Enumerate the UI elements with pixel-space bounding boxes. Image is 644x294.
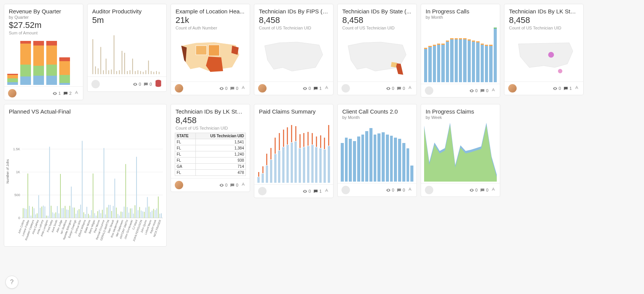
planned-chart: Number of Jobs 05001K1.5K John CollinsLo… <box>4 116 166 246</box>
table-header: US Technician UID <box>196 133 246 139</box>
comments-icon <box>480 88 485 93</box>
views-count: 0 <box>225 183 228 187</box>
card-auditor[interactable]: Auditor Productivity 5m 0 0 <box>87 4 167 92</box>
comments-icon <box>143 82 148 87</box>
card-by: by Month <box>426 15 495 19</box>
avatar <box>425 86 433 95</box>
views-count: 0 <box>475 188 478 192</box>
card-by: by Quarter <box>9 15 78 19</box>
views-count: 0 <box>309 189 311 193</box>
views-count: 0 <box>475 88 478 93</box>
auditor-chart <box>88 27 166 76</box>
card-value: 5m <box>92 15 162 25</box>
card-value: 21k <box>176 15 245 25</box>
card-paid[interactable]: Paid Claims Summary 0 1 <box>254 104 333 198</box>
share-icon[interactable] <box>241 85 246 92</box>
card-title: In Progress Calls <box>426 8 495 15</box>
card-value: 8,458 <box>176 115 245 125</box>
card-lkstate-map[interactable]: Technician IDs By LK Stat... 8,458 Count… <box>504 4 584 95</box>
share-icon[interactable] <box>324 188 329 195</box>
views-count: 0 <box>392 188 394 192</box>
avatar <box>258 84 267 93</box>
card-planned[interactable]: Planned VS Actual-Final Number of Jobs 0… <box>4 104 167 247</box>
card-heatmap[interactable]: Example of Location Hea... 21k Count of … <box>171 4 250 95</box>
share-icon[interactable] <box>574 85 579 92</box>
card-calls[interactable]: In Progress Calls by Month 0 0 <box>421 4 500 97</box>
card-value: $27.52m <box>9 20 78 30</box>
comments-count: 1 <box>569 86 572 91</box>
state-map <box>338 32 416 81</box>
views-icon <box>133 82 138 87</box>
card-title: Client Call Counts 2.0 <box>342 108 412 115</box>
card-lkstate-table[interactable]: Technician IDs By LK Stat... 8,458 Count… <box>171 104 250 192</box>
share-icon[interactable] <box>324 85 329 92</box>
views-count: 0 <box>309 86 311 91</box>
views-count: 0 <box>139 82 141 86</box>
table-row[interactable]: FL938 <box>175 158 246 164</box>
comments-count: 0 <box>486 88 488 93</box>
avatar <box>175 181 183 189</box>
table-row[interactable]: FL1,240 <box>175 151 246 158</box>
comments-count: 0 <box>486 188 488 192</box>
share-icon[interactable] <box>407 187 413 193</box>
comments-icon <box>313 86 318 91</box>
svg-point-29 <box>548 52 554 58</box>
comments-icon <box>313 189 318 194</box>
views-icon <box>469 188 474 193</box>
card-claims[interactable]: In Progress Claims by Week 0 0 <box>421 104 500 197</box>
revenue-chart <box>4 37 83 86</box>
card-title: Technician IDs By FIPS (D... <box>259 8 329 15</box>
card-metric: Count of US Technician UID <box>259 26 329 30</box>
card-fips[interactable]: Technician IDs By FIPS (D... 8,458 Count… <box>254 4 333 95</box>
card-value: 8,458 <box>259 15 329 25</box>
clientcalls-chart <box>338 121 416 183</box>
share-icon[interactable] <box>74 90 79 97</box>
avatar <box>342 84 350 93</box>
fips-map <box>254 32 333 81</box>
comments-icon <box>230 183 235 188</box>
card-revenue[interactable]: Revenue By Quarter by Quarter $27.52m Su… <box>4 4 83 100</box>
views-icon <box>386 188 391 193</box>
share-icon[interactable] <box>491 187 496 193</box>
comments-icon <box>563 86 568 91</box>
avatar <box>8 89 16 97</box>
share-icon[interactable] <box>241 182 246 188</box>
card-by: by Week <box>426 115 495 120</box>
share-icon[interactable] <box>491 87 496 94</box>
card-metric: Count of US Technician UID <box>176 126 245 130</box>
views-count: 1 <box>59 91 61 96</box>
table-row[interactable]: FL1,384 <box>175 145 246 151</box>
svg-text:1K: 1K <box>16 170 20 174</box>
comments-count: 0 <box>403 188 405 192</box>
comments-count: 0 <box>236 86 238 91</box>
avatar <box>175 84 183 93</box>
card-clientcalls[interactable]: Client Call Counts 2.0 by Month 0 0 <box>337 104 417 197</box>
card-title: Revenue By Quarter <box>9 8 78 15</box>
comments-icon <box>397 188 402 193</box>
svg-text:1.5K: 1.5K <box>13 147 20 151</box>
comments-icon <box>397 86 402 91</box>
share-icon[interactable] <box>407 85 413 92</box>
svg-rect-28 <box>208 45 220 56</box>
comments-count: 2 <box>69 91 72 96</box>
svg-rect-27 <box>196 46 207 55</box>
heatmap-map <box>171 32 250 81</box>
card-title: Technician IDs By State (... <box>342 8 412 15</box>
views-icon <box>386 86 391 91</box>
comments-count: 0 <box>403 86 405 91</box>
table-row[interactable]: FL478 <box>175 170 246 176</box>
table-header: STATE <box>175 133 196 139</box>
avatar <box>91 80 100 88</box>
card-metric: Sum of Amount <box>9 31 78 35</box>
card-state[interactable]: Technician IDs By State (... 8,458 Count… <box>337 4 417 95</box>
card-title: Paid Claims Summary <box>259 108 329 115</box>
table-row[interactable]: GA714 <box>175 164 246 170</box>
card-title: Auditor Productivity <box>92 8 162 15</box>
card-title: In Progress Claims <box>426 108 495 115</box>
table-row[interactable]: FL1,541 <box>175 139 246 145</box>
claims-chart <box>421 121 500 183</box>
card-metric: Count of Auth Number <box>176 26 245 30</box>
svg-point-30 <box>558 69 562 73</box>
views-icon <box>302 86 307 91</box>
card-metric: Count of US Technician UID <box>342 26 412 30</box>
